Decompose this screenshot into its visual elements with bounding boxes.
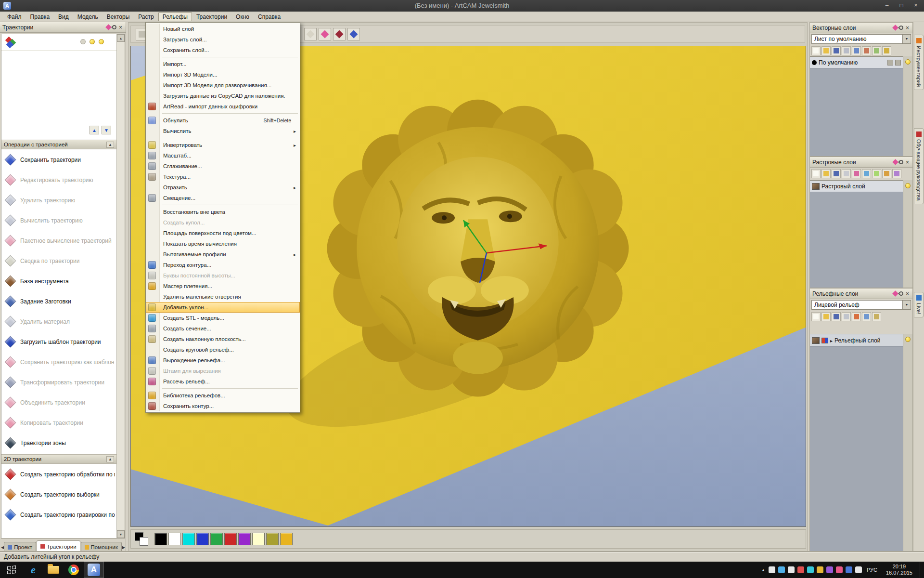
transform-icon[interactable] [821, 338, 828, 343]
relief-layer-row[interactable]: Рельефный слой [810, 334, 903, 347]
sheet-selector[interactable]: Лист по умолчанию ▼ [811, 34, 911, 44]
relief-menu-item[interactable]: Создать наклонную плоскость... [146, 334, 300, 344]
relief-menu-item[interactable]: Добавить уклон... [146, 302, 300, 313]
relief-menu-item[interactable]: Показать время вычисления [146, 238, 300, 249]
bottom-tab[interactable]: Проект [4, 542, 36, 552]
relief-menu-item[interactable]: Восстановить вне цвета [146, 207, 300, 217]
primary-secondary-colors-icon[interactable] [135, 532, 148, 546]
relief-menu-item[interactable]: Сглаживание... [146, 161, 300, 171]
menubar-item[interactable]: Модель [73, 13, 103, 21]
maximize-button[interactable]: □ [894, 0, 909, 11]
menubar-item[interactable]: Правка [26, 13, 54, 21]
menubar-item[interactable]: Окно [231, 13, 254, 21]
chevron-down-icon[interactable]: ▼ [902, 301, 911, 309]
color-swatch[interactable] [154, 533, 167, 545]
side-flyout-tab[interactable]: Обучающие руководства [914, 128, 924, 204]
collapse-icon[interactable]: ▲ [106, 456, 114, 462]
toolpath-operation-item[interactable]: Сохранить траекторию как шаблон [1, 352, 116, 372]
relief-menu-item[interactable]: Сохранить контур... [146, 401, 300, 411]
tray-icon[interactable] [855, 566, 862, 573]
toolbar-icon[interactable] [842, 169, 851, 178]
toolpath-operation-item[interactable]: Сводка по траектории [1, 251, 116, 271]
panel-menu-icon[interactable] [105, 24, 112, 30]
relief-menu-item[interactable]: Загрузить данные из CopyCAD для наложени… [146, 91, 300, 101]
color-swatch[interactable] [280, 533, 293, 545]
relief-menu-item[interactable]: Переход контура... [146, 260, 300, 270]
panel-scrollbar[interactable]: ▲ ▼ [116, 34, 125, 538]
toolbar-icon[interactable] [832, 46, 841, 55]
panel-menu-icon[interactable] [892, 159, 898, 165]
relief-menu-item[interactable] [146, 55, 300, 59]
bulb-icon[interactable] [905, 337, 911, 342]
menubar-item[interactable]: Траектории [192, 13, 231, 21]
bulb-icon[interactable] [905, 59, 911, 65]
tray-icon[interactable] [846, 566, 852, 573]
bottom-tab[interactable]: Помощник [81, 542, 122, 552]
visibility-bulb-icon[interactable] [90, 39, 95, 44]
taskbar-artcam-icon[interactable]: A [84, 562, 104, 578]
bitmap-layer-row[interactable]: Растровый слой [810, 181, 903, 192]
edit-icon[interactable] [895, 60, 901, 66]
scroll-up-button[interactable]: ▲ [117, 34, 125, 42]
toolpath-2d-item[interactable]: Создать траекторию обработки по про [1, 464, 116, 485]
relief-menu-item[interactable]: Библиотека рельефов... [146, 390, 300, 401]
color-swatch[interactable] [182, 533, 195, 545]
toolpath-operation-item[interactable]: Пакетное вычисление траекторий [1, 231, 116, 251]
toolbar-icon[interactable] [832, 312, 841, 321]
toolbar-icon[interactable] [872, 312, 881, 321]
menubar-item[interactable]: Вид [54, 13, 73, 21]
toolpath-2d-item[interactable]: Создать траекторию выборки [1, 485, 116, 505]
toolbar-icon[interactable] [842, 312, 851, 321]
toolbar-icon[interactable] [892, 169, 901, 178]
relief-menu-item[interactable]: Смещение... [146, 193, 300, 203]
relief-menu-item[interactable]: Рассечь рельеф... [146, 376, 300, 387]
color-swatch[interactable] [168, 533, 181, 545]
tray-icon[interactable] [807, 566, 814, 573]
toolbar-icon[interactable] [872, 46, 881, 55]
toolbar-icon[interactable] [821, 46, 831, 55]
toolbar-icon[interactable] [832, 169, 841, 178]
scroll-down-button[interactable]: ▼ [117, 530, 125, 538]
toolbar-icon[interactable] [852, 46, 861, 55]
toolpath-operation-item[interactable]: Удалить материал [1, 312, 116, 332]
color-swatch[interactable] [210, 533, 223, 545]
chevron-down-icon[interactable]: ▼ [902, 35, 911, 43]
relief-menu-item[interactable]: Инвертировать [146, 140, 300, 150]
toolbar-icon[interactable] [333, 28, 346, 40]
tray-icon[interactable] [769, 566, 775, 573]
taskbar-chrome-icon[interactable] [64, 562, 84, 578]
close-button[interactable]: × [909, 0, 923, 11]
relief-menu-item[interactable] [146, 387, 300, 390]
relief-menu-item[interactable]: Буквы постоянной высоты... [146, 270, 300, 281]
relief-menu-item[interactable]: Создать купол... [146, 217, 300, 228]
toolpath-operation-item[interactable]: Вычислить траекторию [1, 210, 116, 231]
tray-icon[interactable] [817, 566, 823, 573]
toolpath-operation-item[interactable]: Траектории зоны [1, 433, 116, 453]
move-up-button[interactable]: ▲ [90, 126, 99, 134]
tray-icon[interactable] [836, 566, 843, 573]
visibility-bulb-icon[interactable] [99, 39, 104, 44]
tray-icon[interactable] [778, 566, 785, 573]
toolpath-operation-item[interactable]: Трансформировать траектории [1, 372, 116, 393]
relief-menu-item[interactable] [146, 136, 300, 140]
relief-menu-item[interactable]: Отразить [146, 182, 300, 193]
toolpath-operation-item[interactable]: Задание Заготовки [1, 291, 116, 312]
relief-menu-item[interactable]: Обнулить Shift+Delete [146, 115, 300, 126]
relief-menu-item[interactable] [146, 203, 300, 207]
pin-icon[interactable] [898, 25, 904, 31]
relief-menu-item[interactable] [146, 112, 300, 115]
close-icon[interactable]: × [905, 25, 910, 31]
relief-selector[interactable]: Лицевой рельеф ▼ [811, 300, 911, 310]
toolbar-icon[interactable] [882, 169, 891, 178]
color-swatch[interactable] [266, 533, 279, 545]
color-swatch[interactable] [238, 533, 251, 545]
tray-icon[interactable] [826, 566, 833, 573]
panel-menu-icon[interactable] [892, 290, 898, 297]
vector-layer-row[interactable]: По умолчанию [810, 57, 903, 68]
tray-icon[interactable] [797, 566, 804, 573]
color-swatch[interactable] [224, 533, 237, 545]
relief-menu-item[interactable]: Вычислить [146, 126, 300, 136]
tray-expand-icon[interactable]: ▲ [761, 568, 765, 572]
toolpath-2d-item[interactable]: Создать траекторию гравировки по ср [1, 505, 116, 525]
relief-menu-item[interactable]: Вырождение рельефа... [146, 355, 300, 366]
